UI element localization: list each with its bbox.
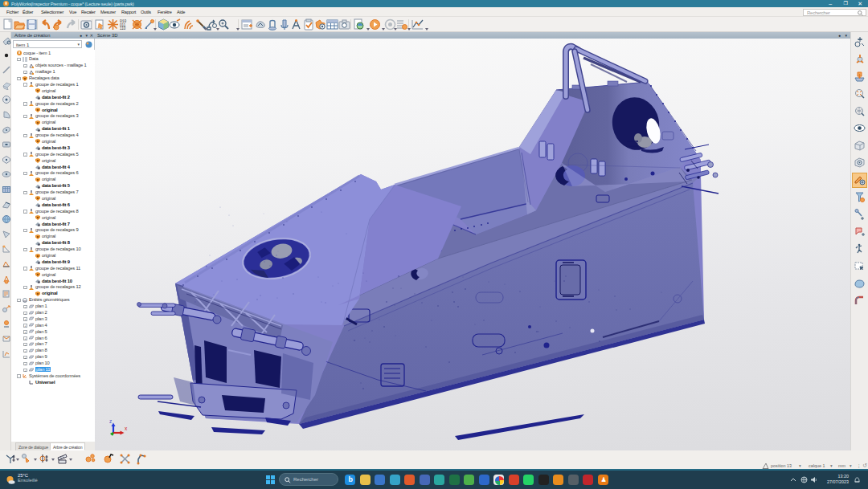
svg-text:x: x [125, 426, 128, 431]
svg-text:z: z [109, 418, 112, 424]
svg-text:110: 110 [120, 26, 126, 31]
